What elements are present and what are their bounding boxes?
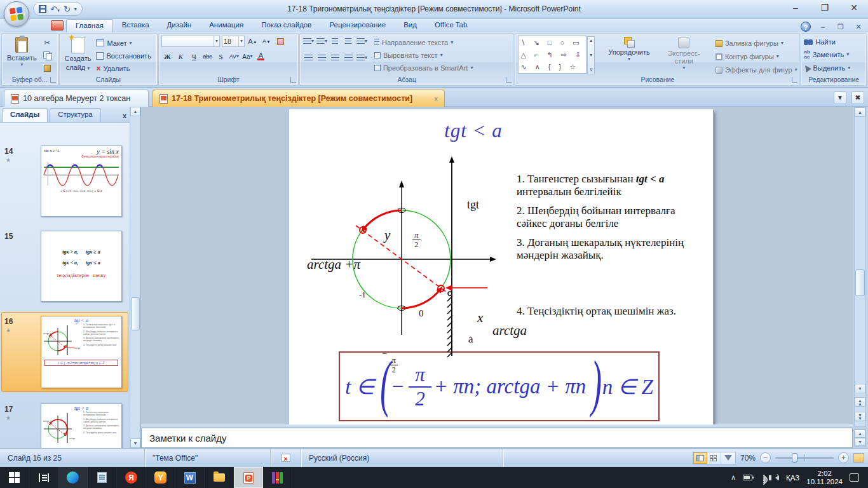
align-center-button[interactable] [316,52,328,64]
decrease-indent-button[interactable] [329,36,341,47]
file-explorer-button[interactable] [205,467,234,488]
new-slide-button[interactable]: ★ Создать слайд ▾ [62,36,94,74]
slide-14-thumbnail[interactable]: sin x ≥ ½ y = sin x Функциясын қарастыра… [41,146,122,217]
action-center-icon[interactable] [850,473,859,482]
align-left-button[interactable] [302,52,315,64]
task-view-button[interactable] [29,467,58,488]
scroll-down-icon[interactable]: ▼ [855,384,865,393]
font-color-button[interactable]: А [255,51,267,62]
powerpoint-button[interactable]: P [234,467,263,488]
tray-expand-icon[interactable]: ∧ [731,473,736,482]
zoom-in-button[interactable]: + [838,452,849,463]
office-tab-center-icon[interactable] [51,20,64,30]
format-painter-button[interactable] [41,62,53,74]
zoom-slider-thumb[interactable] [792,453,797,463]
fit-to-window-button[interactable] [853,453,864,463]
speaker-icon[interactable] [775,475,779,480]
yandex-button[interactable]: Я [117,467,146,488]
layout-button[interactable]: Макет▾ [96,37,151,48]
select-button[interactable]: Выделить▾ [804,62,864,74]
panel-close-icon[interactable]: x [123,112,126,122]
delete-slide-button[interactable]: ×Удалить [96,63,151,74]
slide-16-thumbnail[interactable]: tgt < a arctga+π arctga [41,316,122,388]
clipboard-dialog-launcher-icon[interactable] [50,77,56,83]
office-button[interactable] [4,1,29,27]
clock[interactable]: 2:02 10.11.2024 [806,470,843,486]
current-slide[interactable]: tgt < a [289,109,713,424]
save-icon[interactable] [39,5,46,13]
paragraph-dialog-launcher-icon[interactable] [506,77,512,83]
bullets-button[interactable]: ▾ [302,36,315,47]
change-case-button[interactable]: Aa▾ [241,51,254,62]
steps-text-block[interactable]: 1. Тангенстер сызығынан tgt < a интервал… [517,109,703,424]
shapes-gallery[interactable]: ∖ ↘ □ ○ ▭ △ ⌐ ↰ ⇨ ⇩ ∿ ∧ { } ☆ ▲▼⊽ [518,36,587,74]
cut-button[interactable]: ✂ [41,37,53,48]
strikethrough-button[interactable]: abc [201,51,214,62]
drawing-dialog-launcher-icon[interactable] [792,77,797,83]
redo-icon[interactable]: ↻ [64,5,71,13]
shape-outline-button[interactable]: Контур фигуры▾ [715,50,797,63]
qat-more-icon[interactable]: ▾ [74,6,77,12]
arrange-button[interactable]: Упорядочить▾ [606,36,652,62]
find-button[interactable]: Найти [804,36,864,48]
battery-icon[interactable] [743,475,752,480]
slide-15-thumbnail[interactable]: tgx > a, tgx ≥ a tgx < a, tgx ≤ a теңсіз… [41,231,122,302]
shape-fill-button[interactable]: Заливка фигуры▾ [715,37,797,50]
text-direction-button[interactable]: Направление текста▾ [374,37,473,49]
columns-button[interactable]: ▾ [356,52,368,64]
ribbon-restore-icon[interactable]: ❐ [835,23,846,31]
increase-indent-button[interactable] [342,36,355,47]
doc-tab-current[interactable]: 17-18 Тригонометрилық теңсіздіктер [Режи… [153,90,445,107]
doc-tabs-close-icon[interactable]: ✖ [851,92,864,104]
italic-button[interactable]: К [175,51,187,62]
next-slide-button[interactable]: ▼▼ [855,412,865,421]
winrar-button[interactable] [263,467,292,488]
doc-tab-close-icon[interactable]: x [435,95,438,102]
slide-sorter-button[interactable] [707,452,721,464]
align-right-button[interactable] [329,52,341,64]
tab-outline[interactable]: Структура [50,108,101,122]
reset-button[interactable]: Восстановить [96,50,151,61]
help-icon[interactable]: ? [801,22,811,32]
wifi-icon[interactable] [759,475,768,481]
replace-button[interactable]: abacЗаменить▾ [804,49,864,60]
zoom-slider[interactable] [775,457,834,459]
ribbon-close-icon[interactable]: ✕ [853,23,864,31]
tab-slides-thumbnails[interactable]: Слайды [2,108,48,122]
tab-design[interactable]: Дизайн [158,19,201,32]
shapes-row-2[interactable]: △ ⌐ ↰ ⇨ ⇩ [520,49,584,61]
tab-animation[interactable]: Анимация [200,19,252,32]
shapes-row-3[interactable]: ∿ ∧ { } ☆ [520,61,584,73]
copy-button[interactable] [41,50,53,61]
notes-area[interactable]: Заметки к слайду [141,428,853,448]
notepad-button[interactable] [88,467,117,488]
panel-scrollbar-thumb[interactable] [131,297,140,330]
tab-slideshow[interactable]: Показ слайдов [252,19,320,32]
slideshow-button[interactable] [721,452,735,464]
edge-button[interactable] [58,467,88,488]
language-status[interactable]: Русский (Россия) [301,449,503,467]
zoom-out-button[interactable]: − [760,452,771,463]
language-indicator[interactable]: ҚАЗ [786,474,799,482]
main-scrollbar-thumb[interactable] [855,269,865,296]
panel-scrollbar[interactable]: ▲ ▼ [130,107,140,448]
spell-check-status[interactable]: × [271,449,301,467]
scroll-up-icon[interactable]: ▲ [855,107,865,117]
shrink-font-button[interactable]: A▼ [261,36,273,47]
tab-insert[interactable]: Вставка [113,19,158,32]
ribbon-minimize-icon[interactable]: – [817,23,829,30]
maximize-button[interactable]: ❐ [816,3,834,14]
doc-tabs-list-icon[interactable]: ▼ [834,92,846,104]
numbering-button[interactable]: ▾ [316,36,328,47]
font-dialog-launcher-icon[interactable] [290,77,296,83]
start-button[interactable] [0,467,29,488]
doc-tab-algebra[interactable]: 10 алгебра Меруерт 2 токсан [4,90,149,107]
text-shadow-button[interactable]: S [215,51,227,62]
tab-view[interactable]: Вид [395,19,426,32]
character-spacing-button[interactable]: AV▾ [228,51,240,62]
notes-scroll-down-icon[interactable]: ▼ [855,438,865,446]
bold-button[interactable]: Ж [161,51,173,62]
notes-scroll-up-icon[interactable]: ▲ [855,430,865,438]
smartart-button[interactable]: Преобразовать в SmartArt▾ [374,62,473,74]
justify-button[interactable] [342,52,355,64]
